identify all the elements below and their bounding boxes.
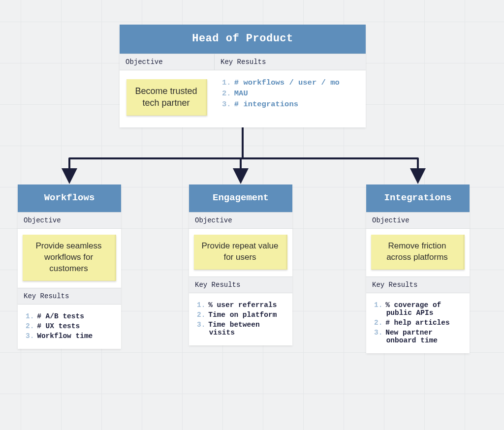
key-results-list: 1.# workflows / user / mo 2.MAU 3.# inte… xyxy=(214,70,366,118)
list-item: 3.# integrations xyxy=(222,100,358,109)
section-keyresults-header: Key Results xyxy=(18,288,121,305)
section-objective-header: Objective xyxy=(120,54,214,70)
list-item: 1.% user referrals xyxy=(197,301,284,309)
list-item: 2.Time on platform xyxy=(197,311,284,319)
key-results-list: 1.# A/B tests 2.# UX tests 3.Workflow ti… xyxy=(18,305,121,349)
sticky-note: Remove friction across platforms xyxy=(371,235,465,270)
list-item: 3.Time between visits xyxy=(197,321,284,337)
card-workflows: Workflows Objective Provide seamless wor… xyxy=(18,184,121,349)
list-item: 1.% coverage of public APIs xyxy=(374,301,462,317)
key-results-list: 1.% coverage of public APIs 2.# help art… xyxy=(366,293,470,353)
card-title: Head of Product xyxy=(120,25,366,54)
card-title: Engagement xyxy=(189,184,292,212)
list-item: 2.# help articles xyxy=(374,319,462,327)
section-keyresults-header: Key Results xyxy=(366,276,470,293)
list-item: 2.# UX tests xyxy=(26,322,113,330)
card-engagement: Engagement Objective Provide repeat valu… xyxy=(189,184,292,345)
sticky-note: Become trusted tech partner xyxy=(126,79,207,116)
section-objective-header: Objective xyxy=(18,212,121,229)
list-item: 1.# A/B tests xyxy=(26,312,113,320)
card-integrations: Integrations Objective Remove friction a… xyxy=(366,184,470,353)
card-head-of-product: Head of Product Objective Become trusted… xyxy=(120,25,366,127)
list-item: 3.New partner onboard time xyxy=(374,329,462,344)
key-results-list: 1.% user referrals 2.Time on platform 3.… xyxy=(189,293,292,345)
sticky-note: Provide repeat value for users xyxy=(194,235,287,270)
section-keyresults-header: Key Results xyxy=(214,54,366,70)
section-keyresults-header: Key Results xyxy=(189,276,292,293)
card-title: Workflows xyxy=(18,184,121,212)
section-objective-header: Objective xyxy=(189,212,292,229)
card-title: Integrations xyxy=(366,184,470,212)
list-item: 1.# workflows / user / mo xyxy=(222,78,358,87)
list-item: 3.Workflow time xyxy=(26,332,113,340)
sticky-note: Provide seamless workflows for customers xyxy=(23,235,116,281)
list-item: 2.MAU xyxy=(222,89,358,98)
section-objective-header: Objective xyxy=(366,212,470,229)
